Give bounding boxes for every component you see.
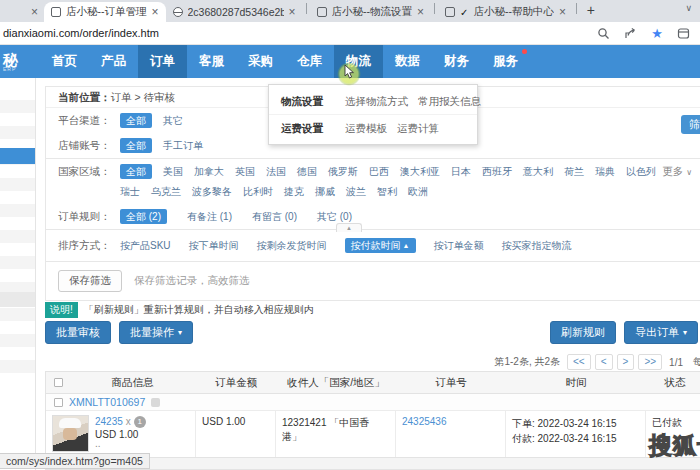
notice-badge: 说明! [45,302,78,318]
sidebar-section-band [0,292,35,307]
save-filter-row: 保存筛选 保存筛选记录，高效筛选 [46,262,700,300]
sort-option[interactable]: 按订单金额 [434,237,484,254]
tab-partial[interactable]: × [10,2,44,22]
close-icon[interactable]: × [289,6,296,18]
close-icon[interactable]: × [417,6,424,18]
country-option[interactable]: 美国 [163,163,183,180]
country-option[interactable]: 荷兰 [564,163,584,180]
country-option[interactable]: 瑞典 [595,163,615,180]
country-option[interactable]: 巴西 [369,163,389,180]
tab-hash-page[interactable]: 2c3680287d5346e2b3 × [166,2,303,22]
dianxiaomi-favicon [445,7,455,17]
menu-item-freight-calc[interactable]: 运费计算 [397,120,439,136]
order-code-link[interactable]: XMNLTT010697 [69,396,145,408]
row-label: 排序方式： [58,237,120,254]
country-region-row: 国家区域： 全部 美国加拿大英国法国德国俄罗斯巴西澳大利亚日本西班牙意大利荷兰瑞… [46,159,700,204]
filter-button[interactable]: 筛选 [681,115,700,134]
nav-item-products[interactable]: 产品 [89,45,138,78]
menu-item-customs-info[interactable]: 常用报关信息 [418,93,481,109]
shop-selected-chip[interactable]: 全部 [120,138,152,153]
country-option[interactable]: 波多黎各 [192,183,232,200]
order-number-link[interactable]: 24325436 [402,416,447,427]
country-option[interactable]: 智利 [377,183,397,200]
share-icon[interactable] [624,27,637,40]
page-indicator: 1/1 [669,357,683,368]
tab-logistics-settings[interactable]: 店小秘--物流设置 × [310,2,432,22]
row-checkbox[interactable] [54,398,63,407]
dianxiaomi-favicon [317,7,327,17]
more-countries-button[interactable]: 更多 ∨ [662,163,692,181]
sort-selected-chip[interactable]: 按付款时间 ▲ [345,238,416,253]
sort-option[interactable]: 按剩余发货时间 [257,237,327,254]
next-page-button[interactable]: > [617,354,635,370]
country-option[interactable]: 欧洲 [408,183,428,200]
country-option[interactable]: 德国 [297,163,317,180]
sku-link[interactable]: 24235 [95,415,123,428]
country-option[interactable]: 澳大利亚 [400,163,440,180]
country-option[interactable]: 日本 [451,163,471,180]
export-orders-label: 导出订单 [635,325,679,340]
zoom-icon[interactable] [597,27,610,40]
nav-item-warehouse[interactable]: 仓库 [285,45,334,78]
rule-option[interactable]: 有备注 (1) [187,208,232,225]
nav-item-home[interactable]: 首页 [40,45,89,78]
tab-help-center[interactable]: ✓ 店小秘--帮助中心 × [438,2,573,22]
platform-selected-chip[interactable]: 全部 [120,113,152,128]
shop-option[interactable]: 手工订单 [163,140,203,151]
refresh-rules-button[interactable]: 刷新规则 [550,321,616,344]
country-option[interactable]: 西班牙 [482,163,512,180]
nav-item-orders[interactable]: 订单 [138,45,187,78]
menu-item-choose-logistics[interactable]: 选择物流方式 [345,93,408,109]
sort-row: 排序方式： 按产品SKU按下单时间按剩余发货时间 按付款时间 ▲ 按订单金额按买… [46,230,700,262]
country-option[interactable]: 捷克 [284,183,304,200]
nav-item-customer-service[interactable]: 客服 [187,45,236,78]
sku-price: USD 1.00 [95,428,146,441]
menu-item-freight-template[interactable]: 运费模板 [345,120,387,136]
platform-option[interactable]: 其它 [163,115,183,126]
country-option[interactable]: 波兰 [346,183,366,200]
select-all-checkbox[interactable] [54,378,63,387]
extension-icon[interactable] [677,27,690,40]
close-icon[interactable]: × [152,6,159,18]
nav-item-data[interactable]: 数据 [383,45,432,78]
batch-operations-button[interactable]: 批量操作 ▾ [119,321,193,344]
notification-dot [522,49,527,54]
nav-item-purchasing[interactable]: 采购 [236,45,285,78]
country-option[interactable]: 加拿大 [194,163,224,180]
collapse-panel-tab[interactable]: ▲ [336,223,362,232]
sort-option[interactable]: 按产品SKU [120,237,171,254]
country-selected-chip[interactable]: 全部 [120,164,152,179]
bookmark-star-icon[interactable]: ★ [651,27,663,40]
country-option[interactable]: 英国 [235,163,255,180]
tab-order-management[interactable]: 店小秘--订单管理 × [44,2,166,22]
nav-item-finance[interactable]: 财务 [432,45,481,78]
country-option[interactable]: 意大利 [523,163,553,180]
export-orders-button[interactable]: 导出订单 ▾ [624,321,698,344]
url-text[interactable]: dianxiaomi.com/order/index.htm [3,27,159,39]
rules-selected-chip[interactable]: 全部 (2) [120,209,167,224]
dropdown-section-label: 物流设置 [281,93,333,109]
col-time: 时间 [506,376,646,390]
save-filter-button[interactable]: 保存筛选 [58,270,122,292]
country-option[interactable]: 挪威 [315,183,335,200]
nav-item-services[interactable]: 服务 [481,45,530,78]
sort-option[interactable]: 按下单时间 [189,237,239,254]
country-option[interactable]: 乌克兰 [151,183,181,200]
sort-option[interactable]: 按买家指定物流 [502,237,572,254]
country-option[interactable]: 俄罗斯 [328,163,358,180]
country-option[interactable]: 以色列 [626,163,656,180]
country-option[interactable]: 比利时 [243,183,273,200]
new-tab-button[interactable]: + [580,2,602,18]
rule-option[interactable]: 有留言 (0) [252,208,297,225]
sidebar-active-item[interactable] [0,148,35,164]
product-thumbnail[interactable] [52,415,89,452]
chevron-down-icon[interactable]: ∨ [685,3,692,13]
first-page-button[interactable]: << [567,354,591,370]
close-icon[interactable]: × [559,6,566,18]
batch-review-button[interactable]: 批量审核 [45,321,111,344]
country-option[interactable]: 瑞士 [120,183,140,200]
close-icon[interactable]: × [31,6,38,18]
last-page-button[interactable]: >> [638,354,662,370]
prev-page-button[interactable]: < [595,354,613,370]
country-option[interactable]: 法国 [266,163,286,180]
